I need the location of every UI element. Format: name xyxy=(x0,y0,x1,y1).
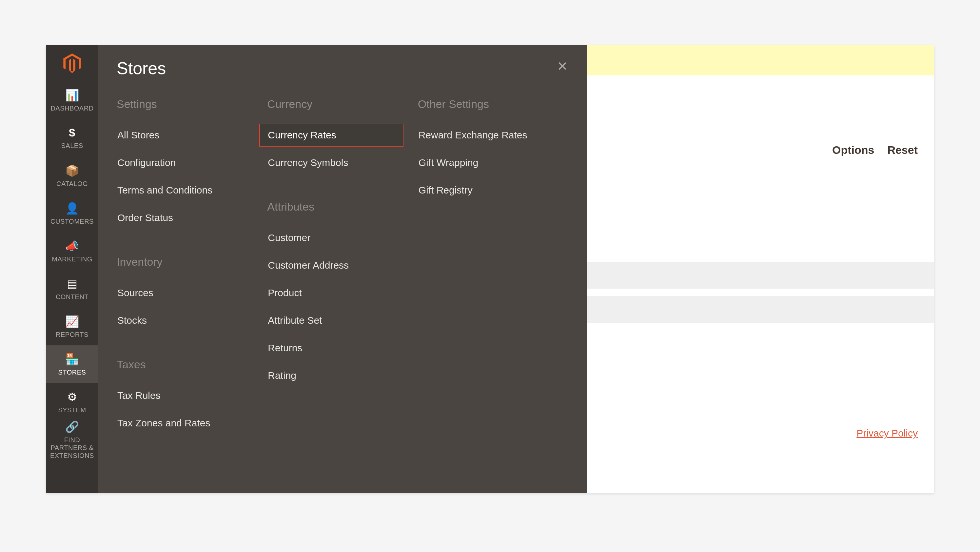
link-all-stores[interactable]: All Stores xyxy=(109,124,253,147)
nav-customers[interactable]: 👤CUSTOMERS xyxy=(46,195,98,232)
link-stocks[interactable]: Stocks xyxy=(109,309,253,332)
flyout-group-title: Other Settings xyxy=(418,98,568,110)
close-button[interactable]: ✕ xyxy=(555,58,570,74)
link-tax-zones-and-rates[interactable]: Tax Zones and Rates xyxy=(109,412,253,435)
megaphone-icon: 📣 xyxy=(65,239,79,252)
nav-label: CATALOG xyxy=(54,180,90,188)
nav-label: STORES xyxy=(56,369,88,376)
nav-label: SYSTEM xyxy=(56,406,88,414)
table-row xyxy=(587,289,934,296)
left-nav: 📊DASHBOARD$SALES📦CATALOG👤CUSTOMERS📣MARKE… xyxy=(46,45,98,493)
flyout-group: TaxesTax RulesTax Zones and Rates xyxy=(117,358,267,435)
nav-catalog[interactable]: 📦CATALOG xyxy=(46,157,98,195)
nav-label: DASHBOARD xyxy=(49,104,95,112)
nav-label: REPORTS xyxy=(54,330,91,338)
nav-dashboard[interactable]: 📊DASHBOARD xyxy=(46,81,98,119)
link-sources[interactable]: Sources xyxy=(109,281,253,305)
stores-flyout: Stores ✕ SettingsAll StoresConfiguration… xyxy=(98,45,587,493)
magento-logo-icon xyxy=(62,53,82,73)
flyout-group: SettingsAll StoresConfigurationTerms and… xyxy=(117,98,267,229)
flyout-group-title: Attributes xyxy=(267,200,418,213)
link-tax-rules[interactable]: Tax Rules xyxy=(109,384,253,407)
flyout-group-title: Inventory xyxy=(117,255,267,268)
link-reward-exchange-rates[interactable]: Reward Exchange Rates xyxy=(410,124,554,147)
flyout-group: AttributesCustomerCustomer AddressProduc… xyxy=(267,200,418,387)
link-returns[interactable]: Returns xyxy=(259,337,404,359)
flyout-column: SettingsAll StoresConfigurationTerms and… xyxy=(117,98,267,461)
link-terms-and-conditions[interactable]: Terms and Conditions xyxy=(109,179,253,202)
nav-label: MARKETING xyxy=(50,255,94,263)
link-attribute-set[interactable]: Attribute Set xyxy=(259,309,404,332)
nav-label: SALES xyxy=(59,142,85,150)
notification-banner xyxy=(587,45,934,75)
link-order-status[interactable]: Order Status xyxy=(109,206,253,229)
link-customer-address[interactable]: Customer Address xyxy=(259,254,404,277)
page-icon: ▤ xyxy=(67,277,78,290)
privacy-policy-link[interactable]: Privacy Policy xyxy=(856,428,918,439)
gear-icon: ⚙ xyxy=(67,390,77,404)
box-icon: 📦 xyxy=(65,164,79,177)
storefront-icon: 🏪 xyxy=(65,353,79,366)
flyout-group: CurrencyCurrency RatesCurrency Symbols xyxy=(267,98,418,174)
reset-button[interactable]: Reset xyxy=(887,144,918,156)
flyout-group-title: Taxes xyxy=(117,358,267,371)
action-buttons: Options Reset xyxy=(832,144,918,156)
content-rows xyxy=(587,262,934,323)
flyout-group-title: Settings xyxy=(117,98,267,110)
app-window: 📊DASHBOARD$SALES📦CATALOG👤CUSTOMERS📣MARKE… xyxy=(46,45,934,493)
link-gift-wrapping[interactable]: Gift Wrapping xyxy=(410,151,554,174)
magento-logo[interactable] xyxy=(46,45,98,81)
nav-stores[interactable]: 🏪STORES xyxy=(46,345,98,383)
link-gift-registry[interactable]: Gift Registry xyxy=(410,179,554,202)
link-configuration[interactable]: Configuration xyxy=(109,151,253,174)
flyout-title: Stores xyxy=(117,58,568,78)
nav-label: FIND PARTNERS & EXTENSIONS xyxy=(46,436,98,459)
link-product[interactable]: Product xyxy=(259,281,404,305)
gauge-icon: 📊 xyxy=(65,89,79,102)
table-row xyxy=(587,262,934,289)
flyout-column: CurrencyCurrency RatesCurrency SymbolsAt… xyxy=(267,98,418,461)
nav-marketing[interactable]: 📣MARKETING xyxy=(46,232,98,270)
link-currency-rates[interactable]: Currency Rates xyxy=(259,124,404,147)
person-icon: 👤 xyxy=(65,202,79,215)
page-content: Options Reset Privacy Policy xyxy=(587,45,934,493)
link-icon: 🔗 xyxy=(65,420,79,433)
flyout-group: InventorySourcesStocks xyxy=(117,255,267,332)
nav-label: CUSTOMERS xyxy=(49,217,96,225)
close-icon: ✕ xyxy=(557,59,568,74)
link-customer[interactable]: Customer xyxy=(259,226,404,249)
link-currency-symbols[interactable]: Currency Symbols xyxy=(259,151,404,174)
options-button[interactable]: Options xyxy=(832,144,874,156)
dollar-icon: $ xyxy=(69,126,75,139)
nav-system[interactable]: ⚙SYSTEM xyxy=(46,383,98,421)
nav-sales[interactable]: $SALES xyxy=(46,119,98,157)
link-rating[interactable]: Rating xyxy=(259,364,404,387)
nav-label: CONTENT xyxy=(54,293,91,301)
flyout-group-title: Currency xyxy=(267,98,418,110)
nav-partners[interactable]: 🔗FIND PARTNERS & EXTENSIONS xyxy=(46,421,98,458)
flyout-group: Other SettingsReward Exchange RatesGift … xyxy=(418,98,568,202)
nav-reports[interactable]: 📈REPORTS xyxy=(46,308,98,345)
flyout-column: Other SettingsReward Exchange RatesGift … xyxy=(418,98,568,461)
nav-content[interactable]: ▤CONTENT xyxy=(46,270,98,308)
table-row xyxy=(587,296,934,323)
bars-icon: 📈 xyxy=(65,315,79,328)
